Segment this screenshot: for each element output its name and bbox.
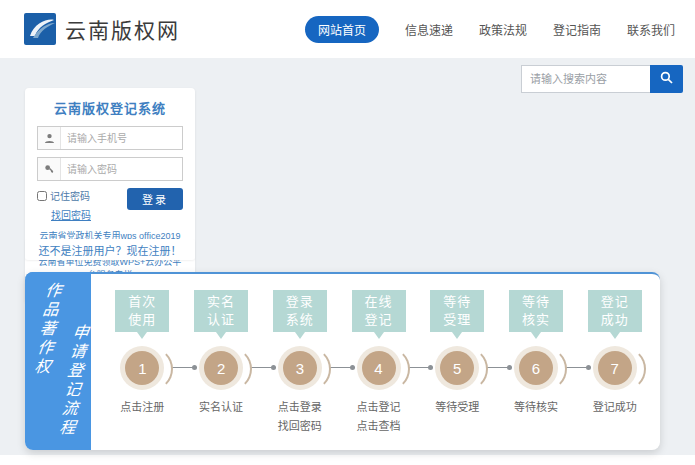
logo-icon bbox=[24, 13, 56, 45]
remember-password-text: 记住密码 bbox=[50, 188, 90, 203]
step-circle-row: 6 bbox=[497, 346, 576, 390]
step-caption: 点击注册 bbox=[120, 398, 164, 417]
bubble-tail bbox=[137, 332, 147, 339]
step-number: 4 bbox=[362, 351, 396, 385]
remember-password-checkbox[interactable] bbox=[37, 191, 47, 201]
step-caption: 点击登记点击查档 bbox=[357, 398, 401, 435]
step-caption: 点击登录找回密码 bbox=[278, 398, 322, 435]
key-icon bbox=[38, 158, 61, 180]
header: 云南版权网 网站首页信息速递政策法规登记指南联系我们 bbox=[0, 0, 695, 58]
step-circle-ring: 7 bbox=[593, 346, 637, 390]
flow-side-label: 作品著作权 申请登记流程 bbox=[25, 272, 91, 450]
step-circle-row: 7 bbox=[575, 346, 654, 390]
login-title: 云南版权登记系统 bbox=[37, 98, 183, 117]
flow-panel: 作品著作权 申请登记流程 首次使用1点击注册实名认证2实名认证登录系统3点击登录… bbox=[25, 272, 660, 450]
step-caption: 登记成功 bbox=[593, 398, 637, 417]
flow-step-2: 实名认证2实名认证 bbox=[182, 290, 261, 446]
step-bubble: 实名认证 bbox=[194, 290, 248, 332]
flow-step-4: 在线登记4点击登记点击查档 bbox=[339, 290, 418, 446]
search-input[interactable] bbox=[521, 65, 650, 93]
login-panel: 云南版权登记系统 bbox=[25, 88, 195, 303]
login-button[interactable]: 登录 bbox=[127, 188, 183, 210]
flow-steps: 首次使用1点击注册实名认证2实名认证登录系统3点击登录找回密码在线登记4点击登记… bbox=[103, 290, 654, 446]
step-circle-ring: 5 bbox=[435, 346, 479, 390]
flow-step-3: 登录系统3点击登录找回密码 bbox=[260, 290, 339, 446]
step-bubble: 等待受理 bbox=[430, 290, 484, 332]
site-logo[interactable]: 云南版权网 bbox=[24, 13, 180, 45]
remember-password-label[interactable]: 记住密码 bbox=[37, 188, 91, 203]
bubble-tail bbox=[295, 332, 305, 339]
register-now-link[interactable]: 还不是注册用户？现在注册！ bbox=[39, 242, 182, 258]
user-icon bbox=[38, 127, 61, 149]
step-number: 5 bbox=[440, 351, 474, 385]
search-bar bbox=[521, 65, 683, 93]
bubble-tail bbox=[452, 332, 462, 339]
password-input-group bbox=[37, 157, 183, 181]
step-bubble: 首次使用 bbox=[115, 290, 169, 332]
step-bubble: 等待核实 bbox=[509, 290, 563, 332]
flow-side-label-col2: 申请登记流程 bbox=[52, 324, 91, 438]
step-circle-row: 4 bbox=[339, 346, 418, 390]
step-circle-ring: 3 bbox=[278, 346, 322, 390]
step-caption: 等待核实 bbox=[514, 398, 558, 417]
site-title: 云南版权网 bbox=[65, 14, 180, 44]
step-bubble: 在线登记 bbox=[352, 290, 406, 332]
password-input[interactable] bbox=[61, 158, 182, 180]
step-circle-row: 2 bbox=[182, 346, 261, 390]
page: 云南版权网 网站首页信息速递政策法规登记指南联系我们 云南版权登记系统 bbox=[0, 0, 695, 465]
main-content: 云南版权登记系统 bbox=[0, 58, 695, 455]
bubble-tail bbox=[216, 332, 226, 339]
step-circle-row: 5 bbox=[418, 346, 497, 390]
nav-item-4[interactable]: 联系我们 bbox=[627, 21, 675, 38]
search-icon bbox=[660, 71, 673, 87]
step-caption: 实名认证 bbox=[199, 398, 243, 417]
step-number: 2 bbox=[204, 351, 238, 385]
step-caption: 等待受理 bbox=[435, 398, 479, 417]
flow-step-5: 等待受理5等待受理 bbox=[418, 290, 497, 446]
bubble-tail bbox=[531, 332, 541, 339]
search-button[interactable] bbox=[650, 65, 683, 93]
flow-step-1: 首次使用1点击注册 bbox=[103, 290, 182, 446]
nav-item-3[interactable]: 登记指南 bbox=[553, 21, 601, 38]
flow-side-label-col1: 作品著作权 bbox=[27, 282, 64, 377]
login-actions-row: 记住密码 找回密码 登录 bbox=[37, 188, 183, 223]
flow-step-6: 等待核实6等待核实 bbox=[497, 290, 576, 446]
step-number: 7 bbox=[598, 351, 632, 385]
step-circle-row: 3 bbox=[260, 346, 339, 390]
step-number: 1 bbox=[125, 351, 159, 385]
step-circle-row: 1 bbox=[103, 346, 182, 390]
register-banner: 还不是注册用户？现在注册！ bbox=[25, 239, 195, 260]
step-number: 3 bbox=[283, 351, 317, 385]
nav-item-0[interactable]: 网站首页 bbox=[305, 16, 379, 43]
step-circle-ring: 2 bbox=[199, 346, 243, 390]
remember-forgot-block: 记住密码 找回密码 bbox=[37, 188, 91, 223]
step-circle-ring: 4 bbox=[357, 346, 401, 390]
bubble-tail bbox=[610, 332, 620, 339]
flow-step-7: 登记成功7登记成功 bbox=[575, 290, 654, 446]
phone-input[interactable] bbox=[61, 127, 182, 149]
forgot-password-link[interactable]: 找回密码 bbox=[51, 207, 91, 222]
bubble-tail bbox=[374, 332, 384, 339]
phone-input-group bbox=[37, 126, 183, 150]
main-nav: 网站首页信息速递政策法规登记指南联系我们 bbox=[305, 16, 675, 43]
step-number: 6 bbox=[519, 351, 553, 385]
nav-item-2[interactable]: 政策法规 bbox=[479, 21, 527, 38]
nav-item-1[interactable]: 信息速递 bbox=[405, 21, 453, 38]
step-circle-ring: 6 bbox=[514, 346, 558, 390]
step-bubble: 登记成功 bbox=[588, 290, 642, 332]
step-bubble: 登录系统 bbox=[273, 290, 327, 332]
